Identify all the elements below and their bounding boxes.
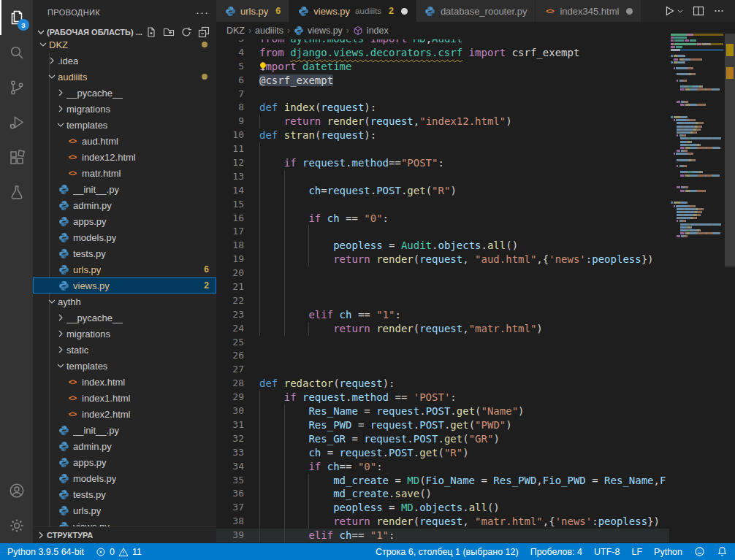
- tree-item-.idea[interactable]: .idea: [33, 53, 216, 69]
- tab-views.py[interactable]: views.pyaudiiits2: [289, 0, 416, 22]
- code-line-35[interactable]: 35 md_create = MD(Fio_Name = Res_PWD,Fio…: [216, 474, 669, 488]
- tree-item-aythh[interactable]: aythh: [33, 294, 216, 310]
- code-line-12[interactable]: 12 if request.method=="POST":: [216, 156, 669, 170]
- code-line-21[interactable]: 21: [216, 280, 669, 294]
- code-line-24[interactable]: 24 return render(request,"matr.html"): [216, 322, 669, 336]
- split-editor-icon[interactable]: [693, 5, 704, 17]
- code-line-33[interactable]: 33 ch = request.POST.get("R"): [216, 446, 669, 460]
- collapse-folders-icon[interactable]: [197, 26, 210, 39]
- code-line-25[interactable]: 25: [216, 336, 669, 350]
- code-line-9[interactable]: 9 return render(request,"index12.html"): [216, 115, 669, 129]
- tree-item-templates[interactable]: templates: [33, 117, 216, 133]
- code-line-20[interactable]: 20: [216, 266, 669, 280]
- new-file-icon[interactable]: [145, 26, 158, 39]
- code-area[interactable]: 3from aythh.models import MD,Audit4from …: [216, 32, 669, 542]
- breadcrumb-item-index[interactable]: index: [353, 26, 389, 37]
- code-line-29[interactable]: 29 if request.method == 'POST':: [216, 391, 669, 404]
- code-line-5[interactable]: 5import datetime: [216, 60, 669, 74]
- code-line-6[interactable]: 6@csrf_exempt: [216, 74, 669, 88]
- minimap[interactable]: [669, 22, 725, 543]
- tree-item-admin.py[interactable]: admin.py: [33, 438, 216, 454]
- code-line-4[interactable]: 4from django.views.decorators.csrf impor…: [216, 46, 669, 60]
- tree-item-__pycache__[interactable]: __pycache__: [33, 85, 216, 101]
- workspace-section-header[interactable]: (РАБОЧАЯ ОБЛАСТЬ) ...: [33, 24, 216, 40]
- code-line-7[interactable]: 7: [216, 88, 669, 101]
- code-line-34[interactable]: 34 if ch== "0":: [216, 460, 669, 474]
- tree-item-tests.py[interactable]: tests.py: [33, 486, 216, 502]
- tree-item-migrations[interactable]: migrations: [33, 101, 216, 117]
- code-line-39[interactable]: 39 elif ch== "1":: [216, 529, 669, 542]
- tree-item-matr.html[interactable]: <>matr.html: [33, 165, 216, 181]
- code-line-37[interactable]: 37 peopless = MD.objects.all(): [216, 501, 669, 515]
- tree-item-apps.py[interactable]: apps.py: [33, 213, 216, 229]
- account-icon[interactable]: [0, 473, 33, 508]
- tree-item-index2.html[interactable]: <>index2.html: [33, 406, 216, 422]
- testing-icon[interactable]: [0, 175, 33, 210]
- tree-item-index1.html[interactable]: <>index1.html: [33, 390, 216, 406]
- code-line-38[interactable]: 38 return render(request, "matr.html",{'…: [216, 515, 669, 529]
- code-line-36[interactable]: 36 md_create.save(): [216, 487, 669, 501]
- code-line-27[interactable]: 27: [216, 363, 669, 377]
- code-line-13[interactable]: 13: [216, 170, 669, 184]
- tree-item-audiiits[interactable]: audiiits: [33, 69, 216, 85]
- tree-item-urls.py[interactable]: urls.py6: [33, 261, 216, 277]
- status-item[interactable]: UTF-8: [588, 543, 625, 560]
- breadcrumb-item-audiiits[interactable]: audiiits: [255, 26, 283, 36]
- tree-item-__init__.py[interactable]: __init__.py: [33, 181, 216, 197]
- status-item[interactable]: Python: [648, 543, 688, 560]
- tree-item-static[interactable]: static: [33, 342, 216, 358]
- source-control-icon[interactable]: [0, 70, 33, 105]
- explorer-icon[interactable]: 3: [0, 0, 33, 35]
- code-line-16[interactable]: 16 if ch == "0":: [216, 212, 669, 226]
- tab-urls.py[interactable]: urls.py6: [216, 0, 289, 22]
- tree-item-aud.html[interactable]: <>aud.html: [33, 133, 216, 149]
- code-line-28[interactable]: 28def redactor(request):: [216, 377, 669, 391]
- code-line-30[interactable]: 30 Res_Name = request.POST.get("Name"): [216, 404, 669, 418]
- tree-item-__init__.py[interactable]: __init__.py: [33, 422, 216, 438]
- tree-item-templates[interactable]: templates: [33, 358, 216, 374]
- code-line-19[interactable]: 19 return render(request, "aud.html",{'n…: [216, 253, 669, 266]
- extensions-icon[interactable]: [0, 140, 33, 175]
- new-folder-icon[interactable]: [162, 26, 175, 39]
- status-item[interactable]: Строка 6, столбец 1 (выбрано 12): [370, 543, 525, 560]
- code-line-14[interactable]: 14 ch=request.POST.get("R"): [216, 184, 669, 198]
- breadcrumb-item-DKZ[interactable]: DKZ: [226, 26, 245, 36]
- code-line-8[interactable]: 8def index(request):: [216, 101, 669, 115]
- code-line-22[interactable]: 22: [216, 294, 669, 308]
- notifications-bell-icon[interactable]: [711, 543, 735, 560]
- tree-item-migrations[interactable]: migrations: [33, 326, 216, 342]
- breadcrumb-item-views.py[interactable]: views.py: [294, 26, 343, 37]
- outline-section-header[interactable]: СТРУКТУРА: [33, 526, 216, 543]
- editor-scrollbar[interactable]: [725, 22, 735, 543]
- tree-item-urls.py[interactable]: urls.py: [33, 502, 216, 518]
- code-line-26[interactable]: 26: [216, 349, 669, 363]
- tree-item-tests.py[interactable]: tests.py: [33, 245, 216, 261]
- tree-item-__pycache__[interactable]: __pycache__: [33, 310, 216, 326]
- unsaved-dot-icon[interactable]: [626, 8, 633, 15]
- tab-database_roouter.py[interactable]: database_roouter.py: [416, 0, 536, 22]
- tree-item-views.py[interactable]: views.py2: [33, 277, 216, 294]
- more-actions-icon[interactable]: [713, 5, 725, 17]
- lightbulb-icon[interactable]: [258, 61, 268, 72]
- run-debug-icon[interactable]: [0, 105, 33, 140]
- code-line-17[interactable]: 17: [216, 225, 669, 239]
- code-line-15[interactable]: 15: [216, 198, 669, 212]
- code-line-18[interactable]: 18 peopless = Audit.objects.all(): [216, 239, 669, 253]
- feedback-smiley-icon[interactable]: [688, 543, 711, 560]
- tree-item-index.html[interactable]: <>index.html: [33, 374, 216, 390]
- tree-item-index12.html[interactable]: <>index12.html: [33, 149, 216, 165]
- settings-gear-icon[interactable]: [0, 508, 33, 543]
- search-icon[interactable]: [0, 35, 33, 70]
- explorer-more-actions-icon[interactable]: ···: [196, 6, 209, 18]
- status-item[interactable]: LF: [625, 543, 648, 560]
- refresh-icon[interactable]: [180, 26, 193, 39]
- unsaved-dot-icon[interactable]: [401, 8, 408, 15]
- problems-status[interactable]: 0 11: [90, 543, 148, 560]
- tab-index345.html[interactable]: <>index345.html: [536, 0, 641, 22]
- tree-item-models.py[interactable]: models.py: [33, 229, 216, 245]
- code-line-32[interactable]: 32 Res_GR = request.POST.get("GR"): [216, 432, 669, 446]
- code-line-31[interactable]: 31 Res_PWD = request.POST.get("PWD"): [216, 418, 669, 432]
- tree-item-admin.py[interactable]: admin.py: [33, 197, 216, 213]
- tree-item-apps.py[interactable]: apps.py: [33, 454, 216, 470]
- code-line-10[interactable]: 10def stran(request):: [216, 129, 669, 142]
